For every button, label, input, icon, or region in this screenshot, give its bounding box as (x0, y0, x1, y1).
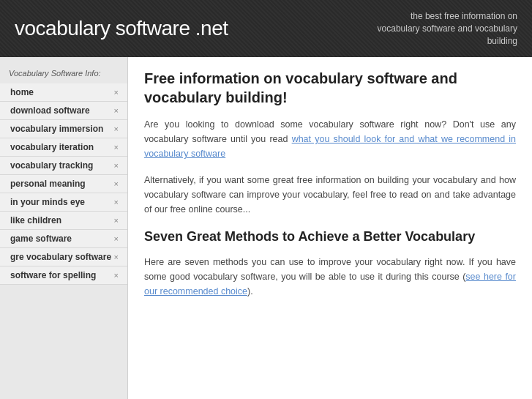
sidebar-item[interactable]: download software× (0, 102, 127, 120)
content-area: Vocabulary Software Info: home×download … (0, 57, 532, 399)
site-header: vocabulary software .net the best free i… (0, 0, 532, 57)
sidebar-item-close-icon[interactable]: × (114, 198, 119, 206)
sidebar-item-close-icon[interactable]: × (114, 161, 119, 170)
sidebar-item-label: vocabulary immersion (10, 124, 103, 134)
sidebar-item[interactable]: like children× (0, 212, 127, 230)
sidebar-item-close-icon[interactable]: × (114, 179, 119, 188)
sidebar-item-label: in your minds eye (10, 197, 85, 207)
sidebar-items: home×download software×vocabulary immers… (0, 83, 127, 285)
sidebar-item[interactable]: vocabulary immersion× (0, 120, 127, 138)
site-tagline: the best free information on vocabulary … (371, 10, 517, 47)
sidebar-item-close-icon[interactable]: × (114, 216, 119, 225)
sidebar-item-label: home (10, 87, 34, 97)
sidebar-item-label: vocabulary tracking (10, 160, 93, 171)
sidebar-item[interactable]: gre vocabulary software× (0, 248, 127, 266)
site-title: vocabulary software .net (15, 17, 228, 40)
section1-heading: Free information on vocabulary software … (144, 69, 516, 107)
sidebar-item[interactable]: in your minds eye× (0, 193, 127, 212)
section2-paragraph: Here are seven methods you can use to im… (144, 255, 516, 299)
main-content: Free information on vocabulary software … (128, 57, 532, 399)
sidebar-heading: Vocabulary Software Info: (0, 64, 127, 83)
sidebar-item-label: game software (10, 234, 72, 244)
sidebar-item-label: gre vocabulary software (10, 252, 111, 262)
sidebar-item-close-icon[interactable]: × (114, 88, 119, 97)
sidebar-item-label: personal meaning (10, 179, 86, 189)
sidebar-item-label: download software (10, 105, 90, 116)
sidebar-item[interactable]: vocabulary tracking× (0, 157, 127, 175)
sidebar: Vocabulary Software Info: home×download … (0, 57, 128, 399)
section1-paragraph: Are you looking to download some vocabul… (144, 117, 516, 161)
sidebar-item-label: vocabulary iteration (10, 142, 94, 152)
sidebar-item-close-icon[interactable]: × (114, 234, 119, 243)
section2-heading: Seven Great Methods to Achieve a Better … (144, 228, 516, 245)
sidebar-item[interactable]: personal meaning× (0, 175, 127, 193)
sidebar-item-label: software for spelling (10, 270, 96, 280)
sidebar-item-close-icon[interactable]: × (114, 106, 119, 115)
section1-paragraph2: Alternatively, if you want some great fr… (144, 173, 516, 217)
sidebar-item[interactable]: game software× (0, 230, 127, 248)
section2-text-before-link: Here are seven methods you can use to im… (144, 257, 516, 282)
sidebar-item-close-icon[interactable]: × (114, 124, 119, 133)
sidebar-item[interactable]: vocabulary iteration× (0, 138, 127, 157)
sidebar-item-label: like children (10, 215, 61, 225)
sidebar-item-close-icon[interactable]: × (114, 271, 119, 280)
sidebar-item-close-icon[interactable]: × (114, 253, 119, 261)
sidebar-item-close-icon[interactable]: × (114, 143, 119, 152)
section2-text-after-link: ). (247, 286, 253, 297)
sidebar-item[interactable]: home× (0, 83, 127, 102)
sidebar-item[interactable]: software for spelling× (0, 266, 127, 285)
